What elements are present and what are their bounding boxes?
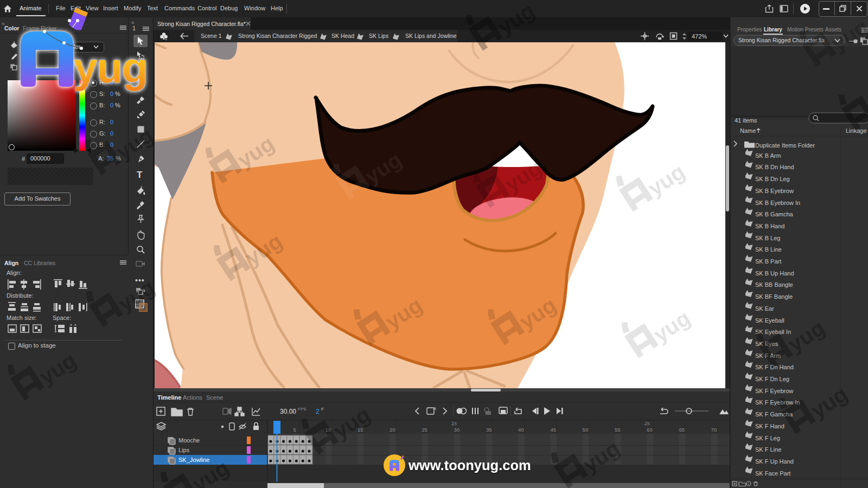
svg-text:25: 25 [422,427,427,433]
svg-text:30.00: 30.00 [280,408,296,415]
svg-text:Mooche: Mooche [178,437,200,444]
svg-text:SK F Line: SK F Line [755,446,781,453]
svg-text:SK B Part: SK B Part [755,258,781,265]
svg-text:55: 55 [615,427,621,433]
svg-text:Motion Presets: Motion Presets [787,27,824,33]
svg-text:SK B Gamcha: SK B Gamcha [755,211,794,217]
svg-text:SK B Hand: SK B Hand [755,223,784,229]
svg-text:Library: Library [764,27,782,33]
svg-text:20: 20 [390,427,395,433]
svg-text:60: 60 [647,427,653,433]
svg-text:SK B Line: SK B Line [755,246,782,253]
svg-text:Assets: Assets [825,27,841,33]
svg-text:Properties: Properties [737,27,762,33]
svg-text:Lips: Lips [178,447,190,453]
svg-text:SK B Eyebrow In: SK B Eyebrow In [755,200,800,206]
svg-text:SK Face Part: SK Face Part [755,470,790,477]
svg-text:SK F Gamcha: SK F Gamcha [755,411,793,418]
svg-text:2s: 2s [644,420,650,426]
svg-text:5: 5 [293,427,296,433]
svg-text:SK B Eyebrow: SK B Eyebrow [755,188,794,194]
svg-text:SK F Eyebrow: SK F Eyebrow [755,388,793,394]
svg-text:SK Eyes: SK Eyes [755,341,778,347]
svg-text:SK F Up Hand: SK F Up Hand [755,458,794,465]
svg-text:SK F Eyebrow In: SK F Eyebrow In [755,399,800,406]
svg-text:15: 15 [358,427,363,433]
svg-text:SK B Dn Leg: SK B Dn Leg [755,176,790,182]
svg-text:45: 45 [550,427,556,433]
svg-text:41 items: 41 items [735,117,757,124]
svg-text:10: 10 [326,427,331,433]
svg-text:30: 30 [454,427,460,433]
svg-text:50: 50 [583,427,589,433]
svg-text:SK B Leg: SK B Leg [755,235,780,241]
svg-text:Strong Kisan Rigged Character.: Strong Kisan Rigged Character.fla [738,37,825,43]
svg-text:SK BB Bangle: SK BB Bangle [755,281,793,288]
svg-text:70: 70 [711,427,717,433]
svg-text:SK Ear: SK Ear [755,305,774,312]
svg-text:SK F Dn Leg: SK F Dn Leg [755,376,789,382]
svg-text:35: 35 [486,427,492,433]
svg-text:SK F Arm: SK F Arm [755,352,781,359]
svg-text:SK F Leg: SK F Leg [755,435,780,441]
svg-text:SK F Hand: SK F Hand [755,423,784,429]
svg-text:Timeline: Timeline [157,394,181,401]
svg-text:Actions: Actions [183,394,203,401]
svg-text:Duplicate Items Folder: Duplicate Items Folder [755,142,815,149]
svg-text:1s: 1s [451,420,457,426]
svg-text:SK B Arm: SK B Arm [755,152,781,159]
svg-text:Name: Name [740,127,756,134]
svg-text:SK_Jowline: SK_Jowline [178,457,209,463]
svg-text:SK B Up Hand: SK B Up Hand [755,270,794,277]
svg-text:A: A [433,406,436,411]
svg-text:Linkage: Linkage [846,127,867,134]
svg-text:40: 40 [518,427,524,433]
svg-text:SK BF Bangle: SK BF Bangle [755,293,793,300]
svg-text:2: 2 [316,408,320,415]
svg-text:SK B Dn Hand: SK B Dn Hand [755,164,794,170]
svg-text:SK F Dn Hand: SK F Dn Hand [755,364,794,370]
svg-text:65: 65 [679,427,685,433]
svg-text:F: F [321,407,324,412]
svg-text:Scene: Scene [206,394,223,401]
svg-text:FPS: FPS [298,407,307,412]
svg-text:SK Eyeball: SK Eyeball [755,317,784,324]
svg-text:SK Eyeball In: SK Eyeball In [755,329,791,335]
